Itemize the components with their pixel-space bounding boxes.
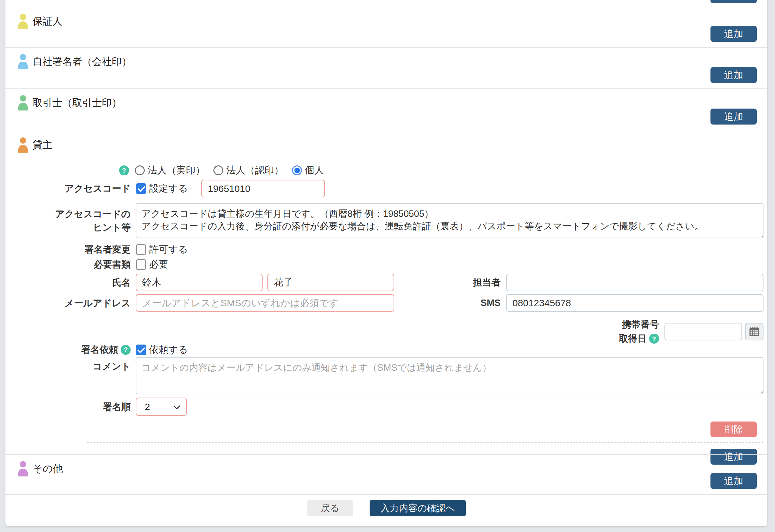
radio-label: 個人 <box>305 164 324 177</box>
access-hint-label: アクセスコードの ヒント等 <box>5 207 131 234</box>
mobile-date-input[interactable] <box>665 323 742 340</box>
signer-change-checkbox[interactable] <box>136 244 146 255</box>
section-title-other: その他 <box>33 462 63 475</box>
signer-change-row: 署名者変更 許可する <box>5 243 767 256</box>
radio-circle[interactable] <box>135 165 145 175</box>
access-hint-row: アクセスコードの ヒント等 アクセスコードは貸主様の生年月日です。（西暦8桁 例… <box>5 203 767 238</box>
radio-label: 法人（認印） <box>226 164 284 177</box>
calendar-button[interactable] <box>745 323 764 340</box>
section-other: その他 追加 <box>5 454 767 494</box>
sign-request-checkbox-label: 依頼する <box>149 343 188 356</box>
required-docs-label: 必要書類 <box>5 258 131 271</box>
sign-request-row: 署名依頼 ? 依頼する <box>5 343 767 356</box>
sign-order-value: 2 <box>145 401 150 412</box>
sign-request-label: 署名依頼 ? <box>5 343 131 356</box>
first-name-input[interactable] <box>267 274 394 291</box>
section-title-guarantor: 保証人 <box>33 15 62 28</box>
required-docs-checkbox[interactable] <box>136 259 146 270</box>
calendar-icon <box>749 326 760 337</box>
comment-label: コメント <box>5 360 131 373</box>
chevron-down-icon <box>173 403 180 409</box>
add-agent-button[interactable]: 追加 <box>710 109 757 125</box>
comment-row: コメント <box>5 357 767 394</box>
required-docs-checkbox-label: 必要 <box>149 258 168 271</box>
section-agent: 取引士（取引士印） 追加 <box>5 88 767 130</box>
mobile-date-label: 携帯番号 取得日 ? <box>576 318 659 346</box>
access-code-row: アクセスコード 設定する <box>5 180 767 197</box>
radio-corporate-private-seal[interactable]: 法人（認印） <box>213 164 284 177</box>
back-button[interactable]: 戻る <box>307 500 353 516</box>
delete-landlord-button[interactable]: 削除 <box>710 422 757 437</box>
radio-circle[interactable] <box>213 165 223 175</box>
mobile-date-row: 携帯番号 取得日 ? <box>5 318 767 335</box>
add-guarantor-button[interactable]: 追加 <box>710 26 757 42</box>
sms-label: SMS <box>418 296 501 310</box>
radio-circle-selected[interactable] <box>292 165 302 175</box>
comment-textarea[interactable] <box>136 357 764 394</box>
help-icon[interactable]: ? <box>649 334 659 344</box>
help-icon[interactable]: ? <box>119 165 129 175</box>
sign-order-label: 署名順 <box>5 400 131 414</box>
name-row: 氏名 担当者 <box>5 274 767 291</box>
section-title-agent: 取引士（取引士印） <box>33 96 122 110</box>
radio-individual[interactable]: 個人 <box>292 164 324 177</box>
help-icon[interactable]: ? <box>121 345 131 355</box>
radio-label: 法人（実印） <box>148 164 205 177</box>
required-docs-row: 必要書類 必要 <box>5 258 767 271</box>
section-landlord: 貸主 ? 法人（実印） 法人（認印） 個人 <box>5 130 767 454</box>
entity-type-row: ? 法人（実印） 法人（認印） 個人 <box>119 165 767 175</box>
section-guarantor: 保証人 追加 <box>5 7 767 47</box>
access-code-input[interactable] <box>201 180 325 197</box>
access-code-checkbox[interactable] <box>136 183 146 194</box>
section-title-landlord: 貸主 <box>33 138 52 152</box>
radio-corporate-registered-seal[interactable]: 法人（実印） <box>135 164 205 177</box>
sms-input[interactable] <box>506 294 764 312</box>
person-icon-agent <box>18 95 28 110</box>
email-row: メールアドレス SMS <box>5 294 767 312</box>
email-input[interactable] <box>136 294 394 312</box>
previous-row-bottom: 追加 <box>5 0 767 7</box>
section-title-company-signer: 自社署名者（会社印） <box>33 55 132 68</box>
signer-change-checkbox-label: 許可する <box>149 243 188 256</box>
confirm-button[interactable]: 入力内容の確認へ <box>369 500 466 516</box>
add-button-partial[interactable]: 追加 <box>710 0 757 3</box>
person-icon-landlord <box>18 137 28 153</box>
access-code-checkbox-label: 設定する <box>149 182 188 195</box>
staff-input <box>506 274 764 291</box>
person-icon-company-signer <box>18 54 28 69</box>
last-name-input[interactable] <box>136 274 262 291</box>
signer-list-card: 追加 保証人 追加 自社署名者（会社印） 追加 取引士（取引士印） 追加 貸主 <box>5 0 767 526</box>
sign-order-row: 署名順 2 <box>5 398 767 416</box>
person-icon-other <box>18 461 28 476</box>
add-company-signer-button[interactable]: 追加 <box>710 67 757 83</box>
add-other-button[interactable]: 追加 <box>710 473 757 489</box>
access-code-label: アクセスコード <box>5 182 131 195</box>
name-label: 氏名 <box>5 276 131 289</box>
person-icon-guarantor <box>18 14 28 29</box>
signer-change-label: 署名者変更 <box>5 243 131 256</box>
section-company-signer: 自社署名者（会社印） 追加 <box>5 47 767 88</box>
sign-order-select[interactable]: 2 <box>136 398 187 416</box>
divider <box>87 442 764 443</box>
footer-actions: 戻る 入力内容の確認へ <box>5 494 767 526</box>
sign-request-checkbox[interactable] <box>136 345 146 355</box>
access-hint-textarea[interactable]: アクセスコードは貸主様の生年月日です。（西暦8桁 例：19850505） アクセ… <box>136 203 764 238</box>
staff-label: 担当者 <box>418 276 501 290</box>
email-label: メールアドレス <box>5 296 131 310</box>
